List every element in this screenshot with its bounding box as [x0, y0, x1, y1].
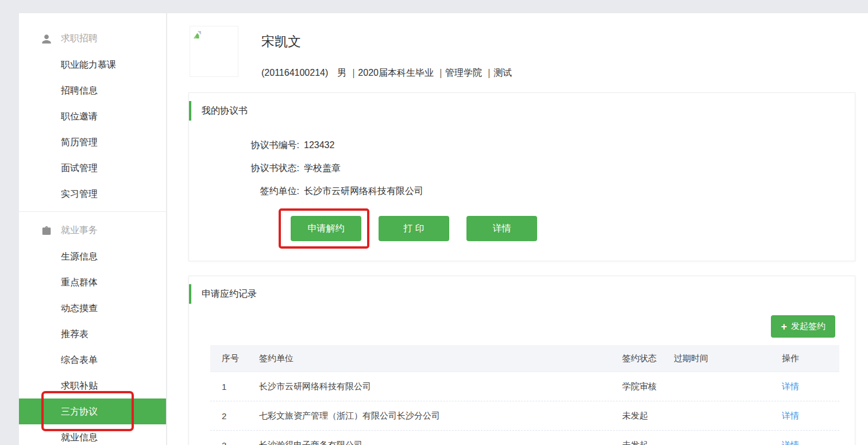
main-content: 宋凯文 (201164100214) 男 ｜2020届本科生毕业 ｜管理学院 ｜…	[167, 13, 868, 445]
col-header-status: 签约状态	[622, 353, 674, 364]
field-value: 123432	[304, 140, 334, 150]
create-sign-button[interactable]: + 发起签约	[771, 315, 835, 338]
cell-status: 未发起	[622, 411, 674, 421]
briefcase-icon	[40, 225, 53, 237]
cell-status: 学院审核	[622, 381, 674, 392]
field-agreement-number: 协议书编号: 123432	[189, 134, 855, 157]
row-detail-link[interactable]: 详情	[782, 440, 839, 445]
cell-company: 长沙市云研网络科技有限公司	[259, 381, 622, 392]
agreement-detail-button[interactable]: 详情	[466, 216, 537, 241]
sidebar-section-job-recruitment[interactable]: 求职招聘	[19, 26, 166, 52]
print-button[interactable]: 打 印	[379, 216, 449, 241]
sidebar-section-employment-affairs[interactable]: 就业事务	[19, 218, 166, 243]
my-agreement-title: 我的协议书	[202, 106, 248, 115]
sidebar-item-job-invitation[interactable]: 职位邀请	[19, 103, 166, 129]
agreement-fields: 协议书编号: 123432 协议书状态: 学校盖章 签约单位: 长沙市云研网络科…	[189, 134, 855, 203]
sidebar-divider	[19, 211, 166, 212]
table-row: 3 长沙瀚得电子商务有限公司 未发起 详情	[210, 431, 839, 445]
cell-company: 长沙瀚得电子商务有限公司	[259, 440, 622, 445]
app-root: 求职招聘 职业能力慕课 招聘信息 职位邀请 简历管理 面试管理 实习管理 就业事…	[0, 0, 868, 445]
sidebar-item-resume-management[interactable]: 简历管理	[19, 129, 166, 155]
field-value: 学校盖章	[304, 162, 341, 175]
field-label: 签约单位:	[189, 185, 299, 198]
sidebar-item-recommendation-form[interactable]: 推荐表	[19, 321, 166, 347]
my-agreement-card: 我的协议书 协议书编号: 123432 协议书状态: 学校盖章 签约单位: 长沙…	[188, 92, 855, 261]
cell-company: 七彩文旅资产管理（浙江）有限公司长沙分公司	[259, 411, 622, 421]
sidebar-section-label: 求职招聘	[61, 33, 98, 45]
student-name: 宋凯文	[261, 33, 301, 51]
col-header-index: 序号	[222, 353, 259, 364]
field-label: 协议书状态:	[189, 162, 299, 175]
table-header-row: 序号 签约单位 签约状态 过期时间 操作	[210, 345, 839, 372]
row-detail-link[interactable]: 详情	[782, 411, 839, 421]
table-row: 2 七彩文旅资产管理（浙江）有限公司长沙分公司 未发起 详情	[210, 401, 839, 431]
sidebar-item-job-subsidy[interactable]: 求职补贴	[19, 373, 166, 398]
field-signing-company: 签约单位: 长沙市云研网络科技有限公司	[189, 180, 855, 203]
sign-records-title-row: 申请应约记录	[189, 276, 855, 300]
col-header-expire: 过期时间	[674, 353, 782, 364]
profile-avatar	[190, 26, 238, 77]
agreement-button-row: 申请解约 打 印 详情	[291, 216, 537, 241]
sidebar-item-recruitment-info[interactable]: 招聘信息	[19, 78, 166, 103]
sidebar-item-internship-management[interactable]: 实习管理	[19, 181, 166, 207]
sign-records-card: 申请应约记录 + 发起签约 序号 签约单位 签约状态 过期时间 操作 1 长沙市…	[188, 276, 855, 445]
cell-index: 3	[222, 440, 259, 445]
sidebar-section-label: 就业事务	[61, 225, 98, 237]
green-accent-bar	[189, 101, 191, 121]
sidebar-item-comprehensive-forms[interactable]: 综合表单	[19, 347, 166, 373]
cell-status: 未发起	[622, 440, 674, 445]
user-icon	[40, 33, 53, 45]
student-meta: (201164100214) 男 ｜2020届本科生毕业 ｜管理学院 ｜测试	[261, 67, 512, 79]
terminate-agreement-button[interactable]: 申请解约	[291, 216, 361, 241]
cell-index: 2	[222, 411, 259, 421]
sidebar-item-dynamic-survey[interactable]: 动态摸查	[19, 295, 166, 321]
create-sign-label: 发起签约	[791, 321, 825, 332]
sign-records-title: 申请应约记录	[202, 289, 257, 299]
sidebar-item-career-mooc[interactable]: 职业能力慕课	[19, 52, 166, 78]
my-agreement-title-row: 我的协议书	[189, 93, 855, 117]
green-accent-bar	[189, 284, 191, 304]
field-agreement-status: 协议书状态: 学校盖章	[189, 157, 855, 180]
sidebar-item-employment-info[interactable]: 就业信息	[19, 424, 166, 445]
table-row: 1 长沙市云研网络科技有限公司 学院审核 详情	[210, 372, 839, 401]
sidebar-item-student-source-info[interactable]: 生源信息	[19, 243, 166, 269]
sidebar-item-key-groups[interactable]: 重点群体	[19, 269, 166, 295]
sidebar-item-interview-management[interactable]: 面试管理	[19, 155, 166, 181]
sign-records-table: 序号 签约单位 签约状态 过期时间 操作 1 长沙市云研网络科技有限公司 学院审…	[210, 345, 839, 445]
cell-index: 1	[222, 382, 259, 392]
field-label: 协议书编号:	[189, 140, 299, 152]
plus-icon: +	[781, 322, 787, 332]
sidebar-item-tripartite-agreement[interactable]: 三方协议	[19, 398, 166, 424]
row-detail-link[interactable]: 详情	[782, 381, 839, 392]
field-value: 长沙市云研网络科技有限公司	[304, 185, 423, 198]
col-header-company: 签约单位	[259, 353, 622, 364]
col-header-action: 操作	[782, 353, 839, 364]
sidebar: 求职招聘 职业能力慕课 招聘信息 职位邀请 简历管理 面试管理 实习管理 就业事…	[19, 13, 167, 445]
broken-image-icon	[192, 29, 203, 40]
